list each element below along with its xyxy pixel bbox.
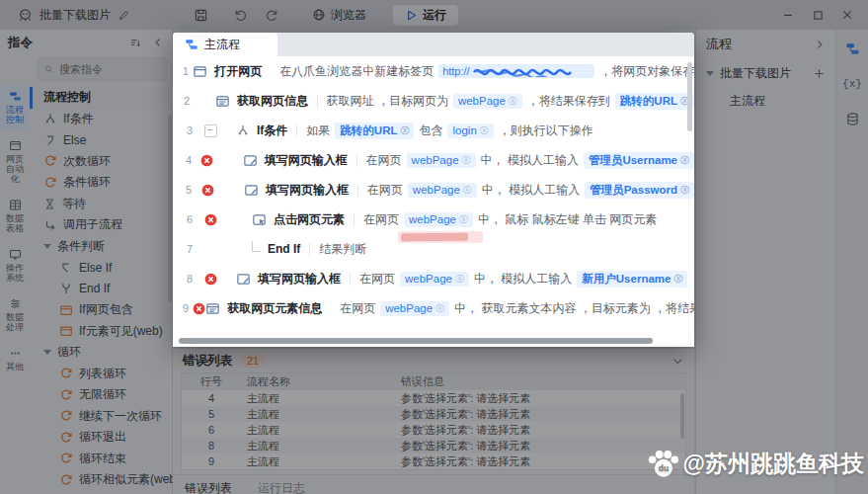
collapse-step-icon[interactable]: − bbox=[204, 124, 217, 137]
flow-icon bbox=[9, 90, 22, 103]
command-item[interactable]: 调用子流程 bbox=[30, 214, 173, 236]
error-row[interactable]: 5主流程参数'选择元素': 请选择元素 bbox=[182, 406, 685, 422]
command-item[interactable]: 循环退出 bbox=[30, 427, 173, 449]
command-item[interactable]: 无限循环 bbox=[30, 384, 173, 406]
flow-step[interactable]: 1打开网页在八爪鱼浏览器中新建标签页http://，将网页对象保存到webPag… bbox=[173, 56, 694, 86]
variable-pill[interactable]: webPageⓧ bbox=[453, 94, 522, 109]
tab-run-log[interactable]: 运行日志 bbox=[258, 480, 305, 494]
error-icon bbox=[201, 184, 214, 197]
redacted-url-field[interactable]: http:// bbox=[438, 64, 594, 78]
variable-pill[interactable]: webPageⓧ bbox=[380, 301, 449, 316]
error-row[interactable]: 8主流程参数'选择元素': 请选择元素 bbox=[182, 438, 685, 453]
webx-icon bbox=[59, 324, 73, 338]
nav-category-web[interactable]: 网页自动化 bbox=[0, 134, 30, 190]
maximize-button[interactable] bbox=[807, 4, 829, 26]
tab-error-list[interactable]: 错误列表 bbox=[185, 480, 232, 494]
search-input[interactable] bbox=[57, 62, 160, 76]
collapse-panel-icon[interactable] bbox=[152, 37, 164, 48]
flow-step[interactable]: 2获取网页信息获取网址 ，目标网页为webPageⓧ，将结果保存到跳转的URLⓧ bbox=[173, 86, 694, 116]
command-folder[interactable]: 条件判断 bbox=[30, 236, 173, 258]
data-layers-icon[interactable] bbox=[845, 112, 860, 126]
remove-variable-icon[interactable]: ⓧ bbox=[455, 273, 464, 286]
error-row[interactable]: 4主流程参数'选择元素': 请选择元素 bbox=[182, 390, 685, 406]
flow-step[interactable]: 3−If条件如果跳转的URLⓧ包含loginⓧ，则执行以下操作 bbox=[173, 116, 694, 145]
remove-variable-icon[interactable]: ⓧ bbox=[680, 184, 689, 197]
command-list-scrollbar[interactable] bbox=[168, 115, 172, 302]
command-item[interactable]: 循环相似元素(web) bbox=[30, 469, 173, 491]
variable-pill[interactable]: webPageⓧ bbox=[408, 183, 477, 198]
tree-item-main-flow[interactable]: 主流程 bbox=[696, 88, 835, 115]
edit-title-icon[interactable] bbox=[118, 9, 130, 22]
search-commands[interactable] bbox=[38, 57, 167, 81]
nav-category-other[interactable]: 其他 bbox=[0, 342, 30, 377]
collapse-tree-icon[interactable] bbox=[814, 39, 826, 50]
flow-step[interactable]: 9获取网页元素信息在网页webPageⓧ中， 获取元素文本内容 ，目标元素为 ，… bbox=[173, 293, 694, 323]
command-item[interactable]: 列表循环 bbox=[30, 364, 173, 385]
canvas-vscrollbar[interactable] bbox=[687, 62, 692, 131]
nav-category-os[interactable]: 操作系统 bbox=[0, 243, 30, 288]
nav-category-data[interactable]: 数据处理 bbox=[0, 292, 30, 338]
variable-pill[interactable]: 跳转的URLⓧ bbox=[335, 123, 414, 139]
run-button[interactable]: 运行 bbox=[392, 4, 459, 27]
step-number: 7 bbox=[183, 243, 197, 255]
remove-variable-icon[interactable]: ⓧ bbox=[673, 273, 682, 286]
tab-main-flow[interactable]: 主流程 bbox=[173, 33, 277, 56]
minimize-button[interactable] bbox=[777, 4, 799, 26]
command-item[interactable]: End If bbox=[30, 279, 173, 300]
variables-icon[interactable]: {x} bbox=[842, 78, 862, 90]
variable-pill[interactable]: webPageⓧ bbox=[400, 272, 469, 287]
variable-pill[interactable]: webPageⓧ bbox=[407, 153, 476, 168]
tree-root-project[interactable]: 批量下载图片 bbox=[696, 59, 835, 88]
variable-pill[interactable]: loginⓧ bbox=[447, 124, 493, 138]
undo-button[interactable] bbox=[229, 4, 251, 26]
command-item[interactable]: 继续下一次循环 bbox=[30, 406, 173, 428]
remove-variable-icon[interactable]: ⓧ bbox=[459, 213, 468, 226]
command-item[interactable]: If条件 bbox=[30, 109, 173, 130]
remove-variable-icon[interactable]: ⓧ bbox=[509, 95, 517, 108]
collapse-error-panel-icon[interactable] bbox=[671, 355, 684, 368]
remove-variable-icon[interactable]: ⓧ bbox=[463, 184, 472, 197]
remove-variable-icon[interactable]: ⓧ bbox=[435, 302, 444, 315]
variable-pill[interactable]: 管理员Usernameⓧ bbox=[584, 152, 694, 169]
remove-variable-icon[interactable]: ⓧ bbox=[480, 124, 489, 137]
redo-button[interactable] bbox=[261, 4, 282, 26]
add-flow-icon[interactable] bbox=[813, 67, 826, 80]
remove-variable-icon[interactable]: ⓧ bbox=[462, 154, 471, 167]
nav-category-table[interactable]: 数据表格 bbox=[0, 194, 30, 239]
sort-commands-icon[interactable] bbox=[129, 37, 142, 49]
loop-icon bbox=[59, 473, 73, 487]
variable-pill[interactable]: webPageⓧ bbox=[404, 212, 473, 227]
error-row[interactable]: 6主流程参数'选择元素': 请选择元素 bbox=[182, 422, 685, 438]
flow-view-icon[interactable] bbox=[845, 41, 860, 56]
error-table-scrollbar[interactable] bbox=[680, 393, 684, 439]
right-toolbar: {x} bbox=[835, 30, 868, 494]
variable-pill[interactable]: 管理员Passwordⓧ bbox=[585, 182, 694, 199]
flow-step[interactable]: 5填写网页输入框在网页webPageⓧ中， 模拟人工输入管理员Passwordⓧ bbox=[173, 175, 694, 205]
command-item[interactable]: Else If bbox=[30, 257, 173, 279]
command-item[interactable]: 等待 bbox=[30, 194, 173, 215]
command-item[interactable]: 循环结束 bbox=[30, 449, 173, 470]
error-row[interactable]: 9主流程参数'选择元素': 请选择元素 bbox=[182, 453, 685, 469]
remove-variable-icon[interactable]: ⓧ bbox=[680, 154, 689, 167]
command-folder[interactable]: 循环 bbox=[30, 342, 173, 364]
flow-step[interactable]: 4填写网页输入框在网页webPageⓧ中， 模拟人工输入管理员Usernameⓧ bbox=[173, 145, 694, 175]
browser-button[interactable]: 浏览器 bbox=[312, 7, 366, 24]
remove-variable-icon[interactable]: ⓧ bbox=[400, 124, 409, 137]
save-button[interactable] bbox=[190, 4, 211, 26]
flow-step[interactable]: 6点击网页元素在网页webPageⓧ中， 鼠标 鼠标左键 单击 网页元素 bbox=[173, 205, 694, 234]
variable-pill[interactable]: 新用户Usernameⓧ bbox=[577, 271, 687, 288]
command-group[interactable]: 流程控制 bbox=[30, 87, 173, 109]
canvas-hscrollbar[interactable] bbox=[179, 338, 653, 344]
command-item[interactable]: 次数循环 bbox=[30, 151, 173, 173]
command-item[interactable]: 条件循环 bbox=[30, 172, 173, 194]
command-item[interactable]: If元素可见(web) bbox=[30, 321, 173, 343]
command-item[interactable]: Else bbox=[30, 129, 173, 151]
nav-category-flow[interactable]: 流程控制 bbox=[0, 85, 30, 130]
close-button[interactable] bbox=[836, 4, 858, 26]
command-item[interactable]: If网页包含 bbox=[30, 299, 173, 321]
variable-pill[interactable]: 跳转的URLⓧ bbox=[615, 93, 694, 110]
hourglass-icon bbox=[43, 198, 56, 210]
flow-step[interactable]: 8填写网页输入框在网页webPageⓧ中， 模拟人工输入新用户Usernameⓧ bbox=[173, 264, 694, 293]
command-folder[interactable]: 循环 bbox=[30, 491, 173, 494]
endif-icon bbox=[59, 282, 73, 295]
